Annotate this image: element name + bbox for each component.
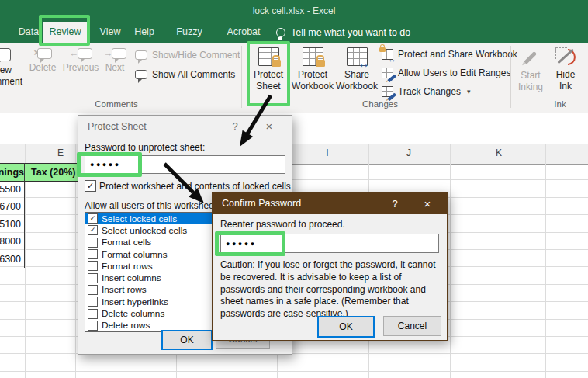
column-header-k[interactable]: K bbox=[489, 147, 508, 158]
option-checkbox[interactable] bbox=[88, 321, 98, 331]
lightbulb-icon bbox=[276, 28, 285, 37]
ok-button[interactable]: OK bbox=[317, 316, 375, 338]
column-header-e[interactable]: E bbox=[51, 147, 70, 158]
new-comment-button[interactable]: New Comment bbox=[0, 46, 26, 88]
protect-share-workbook-button[interactable]: ↔ Protect and Share Workbook bbox=[382, 48, 517, 61]
group-separator bbox=[241, 46, 242, 108]
option-label: Select unlocked cells bbox=[102, 225, 187, 236]
title-bar[interactable]: lock cell.xlsx - Excel bbox=[0, 0, 588, 22]
show-hide-comment-icon bbox=[135, 50, 147, 60]
tab-data[interactable]: Data bbox=[12, 22, 46, 43]
ok-button[interactable]: OK bbox=[161, 330, 213, 350]
grid-vline bbox=[545, 144, 546, 378]
option-label: Select locked cells bbox=[102, 213, 177, 224]
allow-users-label: Allow Users to Edit Ranges bbox=[398, 68, 510, 78]
delete-comment-button[interactable]: × Delete bbox=[25, 46, 61, 74]
dialog-title-bar[interactable]: Confirm Password ? × bbox=[213, 192, 447, 214]
next-comment-button[interactable]: → Next bbox=[99, 46, 130, 74]
delete-comment-icon: × bbox=[33, 48, 51, 59]
show-all-comments-label: Show All Comments bbox=[152, 69, 235, 80]
protect-workbook-button[interactable]: Protect Workbook bbox=[290, 46, 335, 92]
option-checkbox[interactable] bbox=[88, 285, 98, 295]
dropdown-caret-icon: ▾ bbox=[467, 88, 471, 95]
comments-group-label: Comments bbox=[78, 99, 155, 109]
tell-me-box[interactable]: Tell me what you want to do bbox=[276, 22, 410, 43]
sheet-values: 55006700510080006300 bbox=[0, 181, 23, 268]
allow-users-label: Allow all users of this worksheet to: bbox=[85, 200, 230, 211]
tab-review[interactable]: Review bbox=[43, 22, 87, 43]
tab-acrobat[interactable]: Acrobat bbox=[223, 22, 264, 43]
option-checkbox[interactable] bbox=[88, 249, 98, 259]
option-checkbox[interactable] bbox=[88, 273, 98, 283]
option-checkbox[interactable]: ✓ bbox=[88, 225, 98, 235]
option-checkbox[interactable] bbox=[88, 309, 98, 319]
hide-ink-label: Hide Ink bbox=[549, 69, 582, 92]
cell-value[interactable]: 6700 bbox=[0, 198, 23, 215]
cell-earnings-header[interactable]: Earnings bbox=[0, 163, 26, 182]
dialog-title: Confirm Password bbox=[222, 198, 301, 209]
close-icon[interactable]: × bbox=[416, 196, 439, 211]
previous-label: Previous bbox=[63, 62, 99, 74]
confirm-password-input[interactable]: ●●●●● bbox=[220, 234, 439, 253]
protect-share-workbook-label: Protect and Share Workbook bbox=[398, 49, 517, 60]
password-dots: ●●●●● bbox=[226, 240, 257, 248]
table-border-line bbox=[24, 163, 25, 268]
protect-sheet-icon bbox=[258, 47, 279, 66]
start-inking-label: Start Inking bbox=[514, 70, 547, 93]
window-title: lock cell.xlsx - Excel bbox=[0, 0, 588, 22]
protect-workbook-icon bbox=[303, 47, 323, 66]
option-checkbox[interactable] bbox=[88, 297, 98, 307]
hide-ink-button[interactable]: Hide Ink bbox=[549, 46, 582, 92]
share-workbook-button[interactable]: ↔ Share Workbook bbox=[334, 46, 380, 92]
next-label: Next bbox=[105, 62, 125, 74]
close-icon[interactable]: × bbox=[258, 119, 281, 134]
arrows-icon: ↔ bbox=[358, 60, 370, 68]
cancel-button[interactable]: Cancel bbox=[383, 316, 441, 336]
lock-icon bbox=[272, 60, 281, 67]
track-changes-button[interactable]: Track Changes ▾ bbox=[382, 85, 470, 98]
option-label: Insert hyperlinks bbox=[102, 297, 168, 307]
start-inking-icon bbox=[521, 48, 541, 67]
show-all-comments-button[interactable]: Show All Comments bbox=[135, 68, 235, 81]
cell-value[interactable]: 5500 bbox=[0, 181, 23, 198]
confirm-password-dialog: Confirm Password ? × Reenter password to… bbox=[212, 192, 448, 341]
protect-worksheet-checkbox[interactable]: ✓ bbox=[85, 180, 96, 192]
show-hide-comment-label: Show/Hide Comment bbox=[152, 50, 240, 61]
cell-value[interactable]: 8000 bbox=[0, 233, 23, 250]
tab-help[interactable]: Help bbox=[124, 22, 164, 43]
option-checkbox[interactable]: ✓ bbox=[88, 213, 98, 224]
start-inking-button[interactable]: Start Inking bbox=[514, 46, 547, 93]
allow-users-icon bbox=[382, 68, 393, 78]
cell-value[interactable]: 6300 bbox=[0, 251, 23, 268]
new-comment-icon bbox=[0, 48, 11, 61]
allow-users-button[interactable]: Allow Users to Edit Ranges bbox=[382, 67, 510, 79]
share-workbook-label: Share Workbook bbox=[334, 69, 380, 92]
option-checkbox[interactable] bbox=[88, 261, 98, 271]
excel-window: E I J K Earnings Tax (20%) 5500670051008… bbox=[0, 0, 588, 378]
protect-worksheet-checkbox-label: Protect worksheet and contents of locked… bbox=[99, 181, 291, 192]
column-header-j[interactable]: J bbox=[399, 147, 418, 158]
protect-sheet-button[interactable]: Protect Sheet bbox=[248, 46, 289, 92]
password-dots: ●●●●● bbox=[90, 161, 121, 168]
show-hide-comment-button[interactable]: Show/Hide Comment bbox=[135, 49, 240, 61]
group-separator bbox=[510, 46, 511, 108]
previous-comment-button[interactable]: ← Previous bbox=[61, 46, 101, 74]
protect-sheet-label: Protect Sheet bbox=[248, 69, 289, 92]
help-icon[interactable]: ? bbox=[383, 196, 406, 211]
help-icon[interactable]: ? bbox=[223, 119, 247, 134]
option-label: Delete columns bbox=[102, 308, 164, 319]
lock-icon bbox=[379, 47, 386, 52]
cell-tax-header[interactable]: Tax (20%) bbox=[25, 163, 85, 182]
column-header-i[interactable]: I bbox=[318, 147, 337, 158]
option-checkbox[interactable] bbox=[88, 238, 98, 248]
option-label: Insert columns bbox=[102, 272, 161, 283]
reenter-password-label: Reenter password to proceed. bbox=[220, 219, 345, 230]
next-comment-icon: → bbox=[104, 48, 126, 59]
password-input[interactable]: ●●●●● bbox=[85, 155, 285, 174]
tab-fuzzy-lookup[interactable]: Fuzzy Lookup bbox=[161, 22, 217, 43]
ribbon: New Comment × Delete ← Previous → Next bbox=[0, 43, 588, 113]
cell-value[interactable]: 5100 bbox=[0, 216, 23, 233]
pencil-icon bbox=[387, 74, 396, 81]
option-label: Format columns bbox=[102, 249, 168, 260]
option-label: Delete rows bbox=[102, 320, 150, 331]
